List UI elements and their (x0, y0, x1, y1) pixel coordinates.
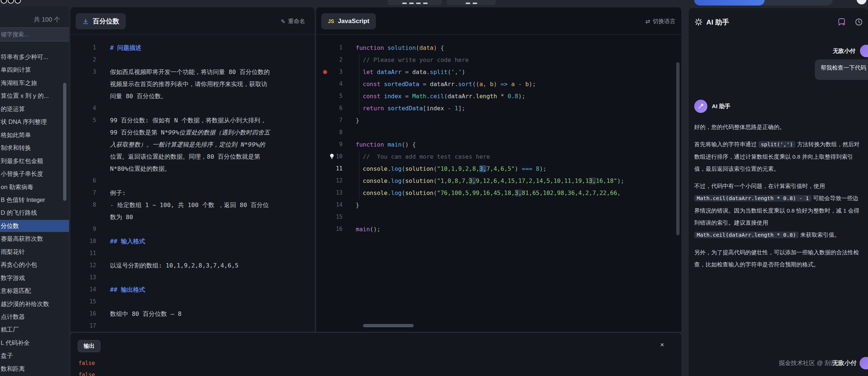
sidebar-item[interactable]: 分位数 (0, 220, 69, 232)
code-line-number[interactable]: 13 (316, 187, 343, 199)
sidebar-item[interactable]: 算位置 x 到 y 的... (0, 90, 69, 102)
code-line-number[interactable]: 8 (316, 126, 343, 139)
new-chat-icon[interactable] (837, 18, 846, 26)
code-line-number[interactable]: 12 (316, 175, 343, 187)
sidebar-item[interactable]: on 勒索病毒 (0, 181, 69, 193)
code-line-number[interactable]: 5 (316, 90, 343, 102)
sidebar-item[interactable]: 再贪心的小包 (0, 259, 69, 271)
sidebar-item[interactable]: D 的飞行路线 (0, 207, 69, 219)
window-dot-2[interactable] (8, 0, 14, 4)
sidebar-item[interactable]: 点计数器 (0, 311, 69, 323)
code-line-number[interactable]: 9 (316, 139, 343, 151)
top-submit-button[interactable] (447, 0, 496, 5)
code-line[interactable]: 5 const index = Math.ceil(dataArr.length… (316, 90, 681, 102)
sidebar-item[interactable]: 状 DNA 序列整理 (0, 116, 69, 128)
line-number: 3 (70, 66, 96, 78)
line-number (70, 163, 96, 175)
language-pill[interactable]: JS JavaScript (321, 13, 376, 29)
close-icon[interactable]: × (660, 341, 664, 349)
code-line[interactable]: 8 (316, 126, 681, 139)
sidebar-item[interactable]: 雨梨花针 (0, 246, 69, 258)
markdown-row: 14## 输出格式 (70, 284, 315, 296)
sidebar-item[interactable]: L 代码补全 (0, 337, 69, 349)
markdown-text: 问量 80 百分位数。 (110, 90, 167, 102)
code-line[interactable]: 15 (316, 211, 681, 223)
sidebar-scrollbar[interactable] (63, 83, 66, 201)
code-line-number[interactable]: 1 (316, 42, 343, 54)
sidebar-item[interactable]: 糕工厂 (0, 324, 69, 336)
top-avatar[interactable] (857, 0, 867, 4)
sidebar-item[interactable]: 数字游戏 (0, 272, 69, 284)
sidebar-item[interactable]: B 色值转 Integer (0, 194, 69, 206)
code-line[interactable]: 13 console.log(solution("76,100,5,99,16,… (316, 187, 681, 199)
watermark-user: 无敌小付 (832, 359, 857, 367)
sidebar-item[interactable]: 的逆运算 (0, 103, 69, 115)
code-line[interactable]: 6 return sortedData[index - 1]; (316, 102, 681, 114)
top-promo-banner[interactable] (694, 0, 833, 5)
code-area[interactable]: 1function solution(data) {2 // Please wr… (316, 42, 681, 235)
sidebar-item[interactable]: 越沙漠的补给次数 (0, 298, 69, 310)
switch-language-button[interactable]: ⇄ 切换语言 (645, 18, 675, 25)
problem-markdown[interactable]: 1# 问题描述23假如西瓜视频即将开发一个功能，将访问量 80 百分位数的视频显… (70, 42, 315, 332)
code-line-number[interactable]: 11 (316, 163, 343, 175)
assistant-message: 好的，您的代码整体思路是正确的。首先将输入的字符串通过 split(',') 方… (694, 121, 861, 276)
code-line-number[interactable]: 2 (316, 54, 343, 66)
sidebar-item[interactable]: 符串有多少种可... (0, 51, 69, 63)
code-line[interactable]: 2 // Please write your code here (316, 54, 681, 66)
code-line-number[interactable]: 14 (316, 199, 343, 211)
code-line[interactable]: 14} (316, 199, 681, 211)
sparkle-icon (695, 18, 703, 26)
code-line-number[interactable]: 16 (316, 223, 343, 235)
sidebar-item[interactable]: 格如此简单 (0, 129, 69, 141)
code-line[interactable]: 1function solution(data) { (316, 42, 681, 54)
code-line[interactable]: 3 let dataArr = data.split(',') (316, 66, 681, 78)
code-line[interactable]: 9function main() { (316, 139, 681, 151)
code-line-number[interactable]: 3 (316, 66, 343, 78)
editor-horizontal-scrollbar[interactable] (363, 324, 414, 327)
problem-title-pill[interactable]: 百分位数 (76, 13, 126, 29)
line-number: 9 (70, 223, 96, 235)
markdown-row: 16数组中 80 百分位数 — 8 (70, 308, 315, 320)
sidebar-item[interactable]: 单四则计算 (0, 64, 69, 76)
line-number: 10 (70, 235, 96, 247)
sidebar-item[interactable]: 赛最高获胜次数 (0, 233, 69, 245)
promo-highlight (694, 0, 765, 5)
code-line-number[interactable]: 6 (316, 102, 343, 114)
sidebar-item[interactable]: 意标题匹配 (0, 285, 69, 297)
editor-vertical-scrollbar[interactable] (676, 62, 680, 235)
sidebar-item[interactable]: 到最多红包金额 (0, 155, 69, 167)
window-dot-1[interactable] (1, 0, 7, 4)
markdown-row: 10## 输入格式 (70, 235, 315, 247)
markdown-row: 6 (70, 175, 315, 187)
code-line-number[interactable]: 15 (316, 211, 343, 223)
code-line[interactable]: 12 console.log(solution("1,0,8,7,3,9,12,… (316, 175, 681, 187)
sidebar-item[interactable]: 制求和转换 (0, 142, 69, 154)
code-line[interactable]: 11 console.log(solution("10,1,9,2,8,3,7,… (316, 163, 681, 175)
user-avatar[interactable] (860, 45, 868, 57)
code-line[interactable]: 10 // You can add more test cases here (316, 151, 681, 163)
code-line[interactable]: 7} (316, 114, 681, 126)
sidebar-item[interactable]: 盘子 (0, 350, 69, 362)
ai-panel-title: AI 助手 (706, 18, 729, 27)
code-line-number[interactable]: 4 (316, 78, 343, 90)
code-line-number[interactable]: 7 (316, 114, 343, 126)
output-value: false (78, 360, 95, 366)
user-message-row: 无敌小付 (833, 45, 868, 57)
search-input[interactable] (0, 27, 69, 41)
code-line[interactable]: 4 const sortedData = dataArr.sort((a, b)… (316, 78, 681, 90)
top-run-button[interactable] (388, 0, 442, 5)
sidebar-item[interactable]: 数和距离 (0, 363, 69, 375)
code-line[interactable]: 16main(); (316, 223, 681, 235)
history-clock-icon[interactable] (854, 18, 863, 26)
user-message-bubble: 帮我检查一下代码 (815, 59, 868, 80)
output-title[interactable]: 输出 (78, 340, 100, 352)
line-number: 1 (70, 42, 96, 54)
sidebar-item[interactable]: 小替换子串长度 (0, 168, 69, 180)
sidebar-item[interactable]: 海湖租车之旅 (0, 77, 69, 89)
breakpoint-icon[interactable] (323, 70, 327, 74)
rename-label: 重命名 (288, 18, 305, 25)
lightbulb-icon[interactable] (329, 153, 334, 160)
window-dot-3[interactable] (15, 0, 21, 4)
code-text: console.log(solution("10,1,9,2,8,3,7,4,6… (356, 163, 546, 175)
rename-button[interactable]: ✎ 重命名 (281, 18, 305, 25)
